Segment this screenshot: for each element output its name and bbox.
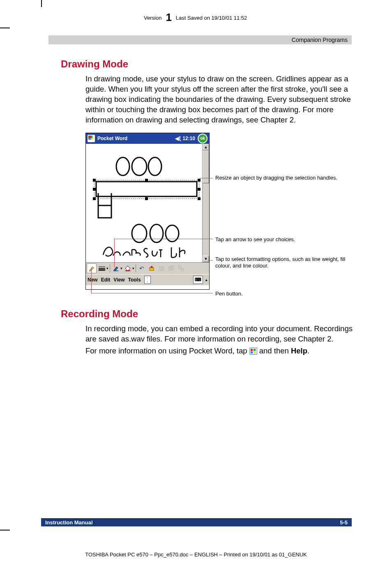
recording-mode-para2: For more information on using Pocket Wor… <box>85 346 353 356</box>
recording-para2a: For more information on using Pocket Wor… <box>85 346 249 355</box>
svg-rect-13 <box>179 266 181 268</box>
scroll-down-button[interactable]: ▼ <box>203 256 209 262</box>
start-menu-icon[interactable] <box>249 348 257 355</box>
leader-2v <box>114 239 115 268</box>
svg-point-0 <box>116 157 129 175</box>
help-label: Help <box>291 346 307 355</box>
crop-mark-left-top <box>0 28 10 28</box>
titlebar: Pocket Word ◀ξ 12:10 ok <box>86 133 209 144</box>
svg-point-2 <box>148 157 161 175</box>
align-button[interactable] <box>157 264 166 273</box>
callout-formatting: Tap to select formatting options, such a… <box>215 256 347 270</box>
svg-rect-8 <box>150 268 154 270</box>
line-weight-arrow[interactable]: ▾ <box>106 266 108 270</box>
selection-rect[interactable] <box>94 180 199 199</box>
insert-shape-button[interactable] <box>147 264 156 273</box>
recording-period: . <box>307 346 309 355</box>
format-toolbar: ▾ ▾ ▾ ↶ <box>86 262 209 274</box>
scroll-thumb[interactable] <box>203 150 209 183</box>
input-panel-arrow[interactable]: ▴ <box>205 278 208 282</box>
drawing-mode-para: In drawing mode, use your stylus to draw… <box>85 74 353 125</box>
svg-rect-14 <box>181 268 184 271</box>
leader-4 <box>91 293 213 293</box>
undo-button[interactable]: ↶ <box>137 264 146 273</box>
menu-bar: New Edit View Tools ↑↓ ⌨ ▴ <box>86 274 209 285</box>
drawing-mode-body: In drawing mode, use your stylus to draw… <box>85 74 353 125</box>
pen-button[interactable] <box>87 263 97 273</box>
start-flag-icon[interactable] <box>88 135 95 142</box>
menu-tools[interactable]: Tools <box>128 277 141 283</box>
mode-toggle[interactable]: ↑↓ <box>144 276 151 284</box>
drawing-mode-heading: Drawing Mode <box>61 58 353 70</box>
crop-mark-left-bottom <box>0 530 10 531</box>
drawing-mode-section: Drawing Mode In drawing mode, use your s… <box>61 58 353 297</box>
svg-point-1 <box>132 157 147 175</box>
footer-note: TOSHIBA Pocket PC e570 – Ppc_e570.doc – … <box>0 551 392 558</box>
app-title: Pocket Word <box>97 136 127 141</box>
svg-rect-6 <box>113 270 118 271</box>
menu-edit[interactable]: Edit <box>101 277 111 283</box>
callout-resize: Resize an object by dragging the selecti… <box>215 175 337 181</box>
svg-point-5 <box>166 225 179 242</box>
menu-new[interactable]: New <box>88 277 98 283</box>
status-area: ◀ξ 12:10 <box>175 136 195 141</box>
line-color-arrow[interactable]: ▾ <box>120 266 122 270</box>
fill-color-arrow[interactable]: ▾ <box>132 266 134 270</box>
page: Version 1 Last Saved on 19/10/01 11:52 C… <box>0 0 392 579</box>
callout-arrow-choices: Tap an arrow to see your choices. <box>215 236 295 243</box>
recording-mode-para1: In recording mode, you can embed a recor… <box>85 324 353 344</box>
footer-right: 5-5 <box>340 519 348 526</box>
leader-3 <box>208 260 213 261</box>
callout-pen: Pen button. <box>215 291 243 297</box>
pocketpc-window: Pocket Word ◀ξ 12:10 ok <box>85 133 210 290</box>
recording-mode-section: Recording Mode In recording mode, you ca… <box>61 308 353 358</box>
svg-rect-10 <box>162 266 164 270</box>
recording-mode-heading: Recording Mode <box>61 308 353 320</box>
speaker-icon[interactable]: ◀ξ <box>175 136 181 141</box>
line-weight-button[interactable] <box>97 264 106 273</box>
svg-rect-7 <box>125 270 130 271</box>
svg-rect-9 <box>159 266 161 270</box>
vertical-scrollbar[interactable]: ▲ ▼ <box>202 144 209 262</box>
sketch-svg <box>86 144 203 262</box>
saved-label: Last Saved on 19/10/01 11:52 <box>176 15 247 21</box>
leader-2b <box>114 239 213 239</box>
section-bar: Companion Programs <box>48 35 352 44</box>
input-panel-button[interactable]: ⌨ <box>193 276 203 284</box>
footer-bar: Instruction Manual 5-5 <box>41 518 352 526</box>
drawing-canvas[interactable]: ▲ ▼ <box>86 144 209 262</box>
scroll-up-button[interactable]: ▲ <box>203 144 209 150</box>
line-color-button[interactable] <box>111 264 120 273</box>
svg-point-3 <box>132 224 147 242</box>
ungroup-button[interactable] <box>177 264 186 273</box>
crop-mark-top <box>41 0 42 7</box>
svg-point-4 <box>150 224 163 242</box>
recording-para2b: and then <box>257 346 291 355</box>
group-button[interactable] <box>167 264 176 273</box>
ok-button[interactable]: ok <box>198 134 208 143</box>
leader-4v <box>91 268 92 293</box>
clock: 12:10 <box>182 136 195 141</box>
header-version: Version 1 Last Saved on 19/10/01 11:52 <box>144 10 247 23</box>
version-label: Version <box>144 15 161 21</box>
version-number: 1 <box>166 11 171 24</box>
section-bar-text: Companion Programs <box>292 37 348 43</box>
drawing-content <box>86 144 203 262</box>
leader-1 <box>200 178 213 178</box>
footer-left: Instruction Manual <box>45 519 93 526</box>
menu-view[interactable]: View <box>113 277 125 283</box>
recording-mode-body: In recording mode, you can embed a recor… <box>85 324 353 356</box>
fill-color-button[interactable] <box>123 264 132 273</box>
figure: Pocket Word ◀ξ 12:10 ok <box>85 133 348 297</box>
